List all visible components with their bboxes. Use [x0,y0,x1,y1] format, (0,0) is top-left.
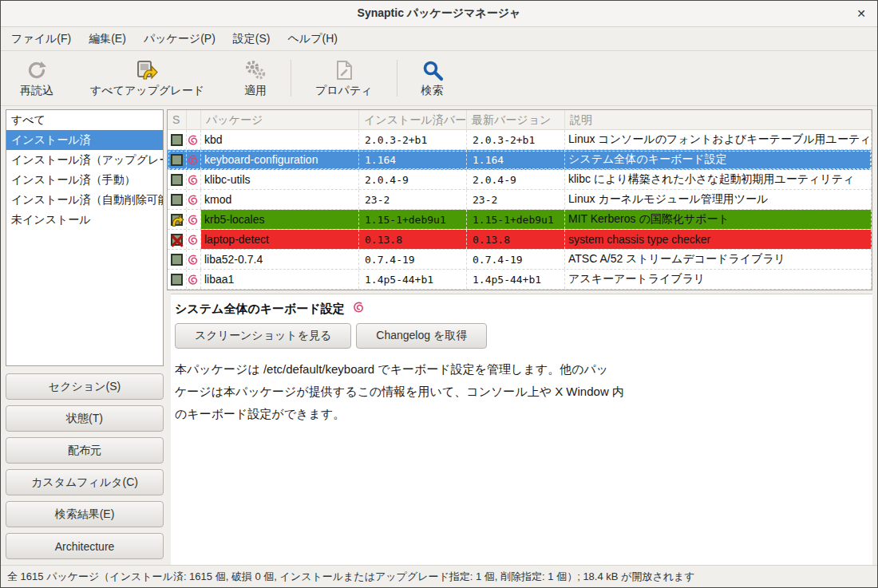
filter-list: すべてインストール済インストール済（アップグレード可）インストール済（手動）イン… [6,109,164,366]
toolbar-separator [397,60,397,97]
column-header[interactable] [872,110,872,130]
package-name-cell[interactable]: klibc-utils [201,170,359,189]
close-icon[interactable]: ✕ [856,6,866,21]
sidebar-button[interactable]: Architecture [6,533,164,559]
toolbar-button[interactable]: 再読込 [15,53,58,103]
description-cell[interactable]: Linux コンソールのフォントおよびキーテーブル用ユーティリティ [565,130,872,149]
latest-version-cell[interactable]: 23-2 [467,190,565,209]
menu-item[interactable]: パッケージ(P) [135,27,224,50]
description-cell[interactable]: MIT Kerberos の国際化サポート [565,210,872,229]
status-cell[interactable] [168,270,187,289]
sidebar-button[interactable]: 配布元 [6,437,164,464]
status-cell[interactable] [168,150,187,169]
package-row[interactable]: krb5-locales1.15-1+deb9u11.15-1+deb9u1MI… [168,210,872,230]
debian-swirl-icon [187,250,201,269]
sidebar-button[interactable]: 検索結果(E) [6,501,164,527]
column-header[interactable]: S [168,110,187,130]
window-title: Synaptic パッケージマネージャ [358,6,521,21]
sidebar-button[interactable]: カスタムフィルタ(C) [6,469,164,495]
installed-checkbox-icon [171,194,183,206]
sidebar-button[interactable]: 状態(T) [6,405,164,432]
installed-version-cell[interactable]: 2.0.3-2+b1 [359,130,467,149]
latest-version-cell[interactable]: 1.164 [467,150,565,169]
filter-item[interactable]: インストール済（アップグレード可） [6,150,163,170]
installed-version-cell[interactable]: 1.15-1+deb9u1 [359,210,467,229]
package-row[interactable]: libaa11.4p5-44+b11.4p5-44+b1アスキーアートライブラリ [168,270,872,290]
status-cell[interactable] [168,230,187,249]
filter-item[interactable]: 未インストール [6,210,163,230]
installed-version-cell[interactable]: 0.13.8 [359,230,467,249]
menu-item[interactable]: ファイル(F) [2,27,80,50]
menu-item[interactable]: 設定(S) [224,27,279,50]
table-body: kbd2.0.3-2+b12.0.3-2+b1Linux コンソールのフォントお… [168,130,872,290]
column-header[interactable]: インストール済バージョン [359,110,467,130]
menu-item[interactable]: ヘルプ(H) [279,27,346,50]
description-cell[interactable]: アスキーアートライブラリ [565,270,872,289]
package-description: 本パッケージは /etc/default/keyboard でキーボード設定を管… [175,358,863,425]
filter-item[interactable]: インストール済（手動） [6,170,163,190]
package-name-cell[interactable]: liba52-0.7.4 [201,250,359,269]
status-cell[interactable] [168,170,187,189]
status-cell[interactable] [168,190,187,209]
titlebar[interactable]: Synaptic パッケージマネージャ ✕ [1,1,877,27]
package-name-cell[interactable]: keyboard-configuration [201,150,359,169]
column-header[interactable]: 説明 [565,110,872,130]
sidebar-button[interactable]: セクション(S) [6,373,164,400]
latest-version-cell[interactable]: 1.4p5-44+b1 [467,270,565,289]
latest-version-cell[interactable]: 0.13.8 [467,230,565,249]
filter-item[interactable]: すべて [6,110,163,130]
package-row[interactable]: laptop-detect0.13.80.13.8system chassis … [168,230,872,250]
package-row[interactable]: kmod23-223-2Linux カーネルモジュール管理用ツール [168,190,872,210]
filter-item[interactable]: インストール済 [6,130,163,150]
package-row[interactable]: keyboard-configuration1.1641.164システム全体のキ… [168,150,872,170]
toolbar-button[interactable]: 検索 [417,53,449,103]
package-row[interactable]: kbd2.0.3-2+b12.0.3-2+b1Linux コンソールのフォントお… [168,130,872,150]
description-cell[interactable]: システム全体のキーボード設定 [565,150,872,169]
column-header[interactable]: パッケージ [201,110,359,130]
column-header[interactable] [187,110,201,130]
description-cell[interactable]: ATSC A/52 ストリームデコードライブラリ [565,250,872,269]
installed-checkbox-icon [171,174,183,186]
toolbar: 再読込すべてアップグレード適用プロパティ検索 [1,51,877,106]
installed-version-cell[interactable]: 1.164 [359,150,467,169]
toolbar-button[interactable]: プロパティ [310,53,378,103]
description-cell[interactable]: klibc により構築された小さな起動初期用ユーティリティ [565,170,872,189]
debian-swirl-icon [187,150,201,169]
filter-item[interactable]: インストール済（自動削除可能） [6,190,163,210]
menu-item[interactable]: 編集(E) [80,27,135,50]
package-row[interactable]: liba52-0.7.40.7.4-190.7.4-19ATSC A/52 スト… [168,250,872,270]
sidebar-buttons: セクション(S)状態(T)配布元カスタムフィルタ(C)検索結果(E)Archit… [6,373,164,565]
debian-swirl-icon [187,230,201,249]
toolbar-button[interactable]: すべてアップグレード [85,53,209,103]
toolbar-button-label: 検索 [421,84,444,98]
upgrade-all-icon [135,58,159,82]
latest-version-cell[interactable]: 1.15-1+deb9u1 [467,210,565,229]
status-cell[interactable] [168,210,187,229]
details-action-button[interactable]: スクリーンショットを見る [175,323,351,349]
details-action-button[interactable]: Changelog を取得 [356,323,487,349]
installed-version-cell[interactable]: 0.7.4-19 [359,250,467,269]
package-name-cell[interactable]: kmod [201,190,359,209]
installed-version-cell[interactable]: 1.4p5-44+b1 [359,270,467,289]
column-header[interactable]: 最新バージョン [467,110,565,130]
toolbar-button[interactable]: 適用 [239,53,271,103]
package-name-cell[interactable]: krb5-locales [201,210,359,229]
status-cell[interactable] [168,250,187,269]
package-row[interactable]: klibc-utils2.0.4-92.0.4-9klibc により構築された小… [168,170,872,190]
package-name-cell[interactable]: libaa1 [201,270,359,289]
latest-version-cell[interactable]: 2.0.4-9 [467,170,565,189]
remove-marker-icon [171,234,183,246]
details-title-row: システム全体のキーボード設定 [175,301,863,317]
right-pane: Sパッケージインストール済バージョン最新バージョン説明 kbd2.0.3-2+b… [167,106,877,565]
installed-version-cell[interactable]: 2.0.4-9 [359,170,467,189]
description-cell[interactable]: system chassis type checker [565,230,872,249]
toolbar-button-label: プロパティ [315,84,373,98]
status-cell[interactable] [168,130,187,149]
package-name-cell[interactable]: kbd [201,130,359,149]
latest-version-cell[interactable]: 0.7.4-19 [467,250,565,269]
latest-version-cell[interactable]: 2.0.3-2+b1 [467,130,565,149]
installed-checkbox-icon [171,134,183,146]
installed-version-cell[interactable]: 23-2 [359,190,467,209]
package-name-cell[interactable]: laptop-detect [201,230,359,249]
description-cell[interactable]: Linux カーネルモジュール管理用ツール [565,190,872,209]
